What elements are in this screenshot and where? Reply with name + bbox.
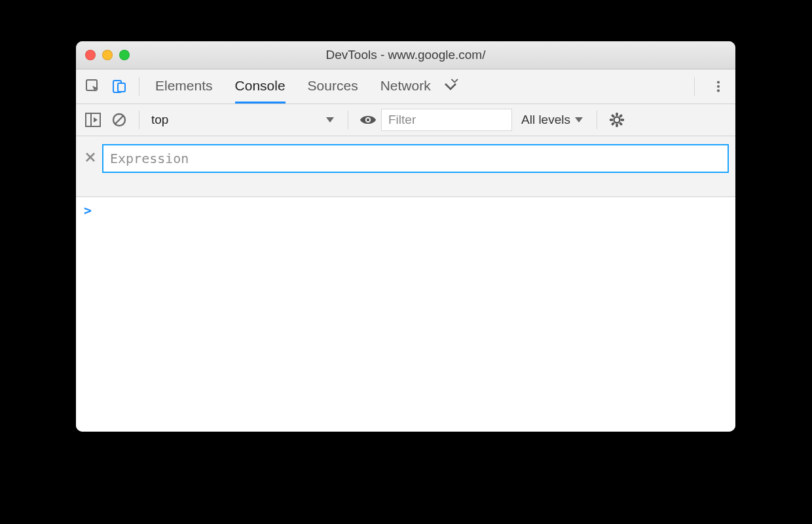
dropdown-caret-icon: [325, 115, 335, 124]
tab-sources[interactable]: Sources: [308, 69, 358, 103]
svg-rect-15: [610, 119, 613, 121]
tab-console[interactable]: Console: [235, 69, 286, 103]
svg-rect-16: [621, 119, 624, 121]
live-expression-row: [76, 136, 735, 197]
toggle-sidebar-icon[interactable]: [80, 104, 106, 136]
live-expression-eye-icon[interactable]: [355, 104, 381, 136]
window-titlebar: DevTools - www.google.com/: [76, 41, 735, 69]
svg-point-21: [615, 118, 619, 122]
console-output[interactable]: >: [76, 197, 735, 432]
remove-expression-icon[interactable]: [81, 147, 100, 168]
filter-input[interactable]: [381, 109, 512, 131]
separator: [597, 111, 597, 129]
zoom-window-button[interactable]: [119, 50, 130, 60]
toggle-device-toolbar-icon[interactable]: [106, 69, 132, 103]
execution-context-label: top: [151, 113, 168, 127]
svg-point-11: [367, 119, 369, 121]
console-prompt-caret-icon: >: [84, 202, 92, 218]
svg-point-5: [717, 89, 720, 92]
devtools-tabstrip: Elements Console Sources Network: [76, 69, 735, 104]
log-levels-select[interactable]: All levels: [521, 113, 583, 127]
minimize-window-button[interactable]: [102, 50, 113, 60]
dropdown-caret-icon: [574, 115, 583, 124]
console-toolbar: top All levels: [76, 104, 735, 136]
kebab-menu-icon[interactable]: [705, 69, 731, 103]
window-title: DevTools - www.google.com/: [76, 48, 735, 62]
close-window-button[interactable]: [85, 50, 96, 60]
execution-context-select[interactable]: top: [149, 110, 339, 130]
traffic-lights: [85, 50, 130, 60]
svg-rect-14: [616, 124, 618, 127]
inspect-element-icon[interactable]: [80, 69, 106, 103]
tab-elements[interactable]: Elements: [155, 69, 213, 103]
svg-rect-2: [118, 83, 125, 92]
svg-point-3: [717, 81, 720, 83]
panel-tabs: Elements Console Sources Network: [155, 69, 431, 103]
clear-console-icon[interactable]: [106, 104, 132, 136]
svg-rect-13: [616, 113, 618, 116]
console-settings-gear-icon[interactable]: [604, 104, 630, 136]
separator: [139, 77, 139, 96]
svg-point-4: [717, 85, 720, 88]
tab-network[interactable]: Network: [380, 69, 431, 103]
separator: [694, 77, 695, 96]
more-tabs-button[interactable]: [437, 69, 464, 103]
devtools-window: DevTools - www.google.com/ Elements Cons…: [76, 41, 735, 432]
live-expression-input[interactable]: [102, 144, 729, 173]
svg-line-9: [115, 116, 123, 124]
svg-rect-6: [86, 113, 100, 126]
separator: [348, 111, 348, 129]
separator: [139, 111, 139, 129]
log-levels-label: All levels: [521, 113, 570, 127]
